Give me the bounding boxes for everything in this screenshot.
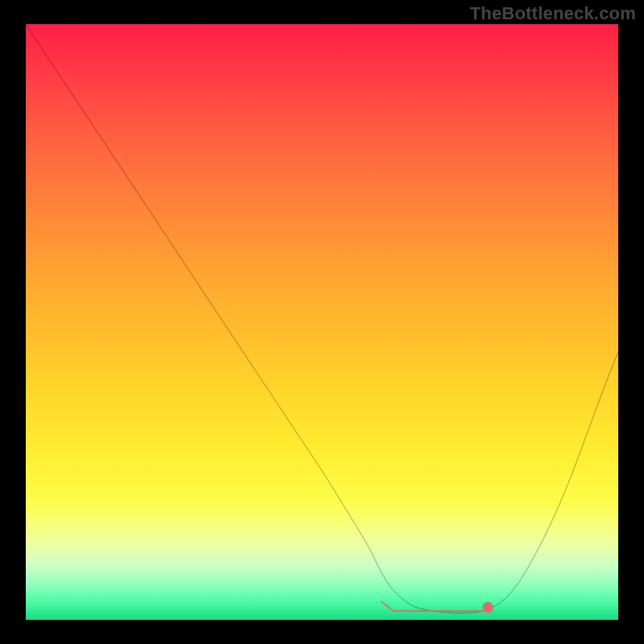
plot-area [26, 24, 618, 620]
flat-marker [382, 601, 488, 611]
end-dot [482, 602, 493, 613]
watermark-text: TheBottleneck.com [470, 3, 636, 24]
bottleneck-curve [26, 24, 618, 613]
curve-layer [26, 24, 618, 620]
chart-frame: TheBottleneck.com [0, 0, 644, 644]
